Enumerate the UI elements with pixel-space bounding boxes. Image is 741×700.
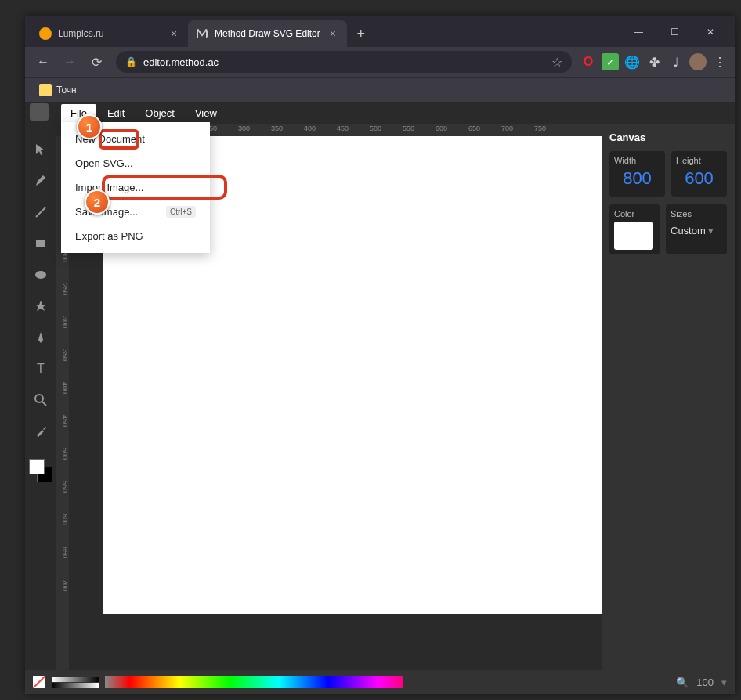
extensions-icon[interactable]: ✤ xyxy=(645,53,663,70)
ellipse-tool[interactable] xyxy=(31,265,51,285)
menu-import-image[interactable]: Import Image... xyxy=(61,175,210,200)
folder-icon xyxy=(39,84,52,96)
maximize-button[interactable]: ☐ xyxy=(656,20,692,45)
rect-tool[interactable] xyxy=(31,233,51,254)
back-button[interactable]: ← xyxy=(31,50,55,74)
color-palette-strip[interactable] xyxy=(105,676,403,688)
new-tab-button[interactable]: + xyxy=(350,23,372,45)
width-label: Width xyxy=(614,156,660,165)
favicon-method xyxy=(196,27,208,40)
star-tool[interactable] xyxy=(31,296,51,316)
search-icon[interactable]: 🔍 xyxy=(676,677,689,688)
tab-lumpics[interactable]: Lumpics.ru × xyxy=(31,20,188,47)
properties-panel: Canvas Width 800 Height 600 Color xyxy=(602,124,735,670)
close-window-button[interactable]: ✕ xyxy=(692,20,728,45)
panel-title: Canvas xyxy=(609,132,727,143)
lock-icon: 🔒 xyxy=(125,56,137,67)
eyedropper-tool[interactable] xyxy=(31,421,51,442)
pencil-tool[interactable] xyxy=(31,171,51,191)
menu-open-svg[interactable]: Open SVG... xyxy=(61,151,210,175)
sizes-value: Custom ▾ xyxy=(671,218,722,236)
color-swatches[interactable] xyxy=(29,459,52,482)
svg-line-0 xyxy=(36,207,45,217)
check-icon[interactable]: ✓ xyxy=(602,53,619,70)
text-tool[interactable]: T xyxy=(31,359,51,379)
bookmark-bar: Точн xyxy=(25,77,735,102)
bookmark-label: Точн xyxy=(56,85,77,96)
avatar-icon[interactable] xyxy=(689,53,707,70)
height-label: Height xyxy=(676,156,722,165)
file-dropdown: New Document Open SVG... Import Image...… xyxy=(61,122,210,253)
path-tool[interactable] xyxy=(31,327,51,348)
width-value: 800 xyxy=(614,165,660,192)
bookmark-star-icon[interactable]: ☆ xyxy=(551,55,562,70)
sizes-label: Sizes xyxy=(671,209,722,218)
close-icon[interactable]: × xyxy=(327,27,339,40)
browser-window: Lumpics.ru × Method Draw SVG Editor × + … xyxy=(25,16,735,694)
menu-edit[interactable]: Edit xyxy=(98,104,134,122)
annotation-marker-2: 2 xyxy=(85,189,110,215)
extension-icons: O ✓ 🌐 ✤ ♩ ⋮ xyxy=(580,53,728,70)
tool-palette: T xyxy=(25,124,56,670)
shortcut-label: Ctrl+S xyxy=(166,206,196,218)
tab-method-draw[interactable]: Method Draw SVG Editor × xyxy=(188,20,347,47)
zoom-tool[interactable] xyxy=(31,390,51,410)
menu-view[interactable]: View xyxy=(186,104,226,122)
menu-save-image[interactable]: Save Image...Ctrl+S xyxy=(61,200,210,224)
url-text: editor.method.ac xyxy=(143,56,545,68)
svg-point-2 xyxy=(35,271,46,279)
status-bar: 🔍 100 ▾ xyxy=(25,670,735,694)
fill-color-swatch[interactable] xyxy=(29,459,45,474)
close-icon[interactable]: × xyxy=(168,27,180,40)
height-value: 600 xyxy=(676,165,722,192)
annotation-marker-1: 1 xyxy=(77,114,102,139)
titlebar: Lumpics.ru × Method Draw SVG Editor × + … xyxy=(25,16,735,47)
zoom-value[interactable]: 100 xyxy=(696,677,714,688)
address-bar: ← → ⟳ 🔒 editor.method.ac ☆ O ✓ 🌐 ✤ ♩ ⋮ xyxy=(25,47,735,77)
menu-object[interactable]: Object xyxy=(136,104,184,122)
chevron-down-icon[interactable]: ▾ xyxy=(721,677,727,688)
menu-export-png[interactable]: Export as PNG xyxy=(61,224,210,248)
select-tool[interactable] xyxy=(31,139,51,160)
bookmark-folder[interactable]: Точн xyxy=(34,81,81,99)
width-box[interactable]: Width 800 xyxy=(609,151,665,197)
svg-point-4 xyxy=(35,395,43,402)
reload-button[interactable]: ⟳ xyxy=(85,50,108,74)
line-tool[interactable] xyxy=(31,202,51,222)
tab-title: Lumpics.ru xyxy=(58,28,161,39)
height-box[interactable]: Height 600 xyxy=(671,151,727,197)
menu-icon[interactable]: ⋮ xyxy=(711,53,728,70)
url-input[interactable]: 🔒 editor.method.ac ☆ xyxy=(116,51,572,73)
svg-rect-1 xyxy=(36,240,45,247)
app-root: File New Document Open SVG... Import Ima… xyxy=(25,102,735,694)
zoom-controls: 🔍 100 ▾ xyxy=(676,677,727,688)
minimize-button[interactable]: — xyxy=(620,20,656,45)
no-color-swatch[interactable] xyxy=(33,676,45,688)
svg-line-5 xyxy=(42,402,46,406)
favicon-lumpics xyxy=(39,27,52,40)
chevron-down-icon: ▾ xyxy=(708,225,714,236)
app-logo xyxy=(30,103,49,121)
color-label: Color xyxy=(614,209,655,218)
forward-button[interactable]: → xyxy=(58,50,81,74)
svg-text:T: T xyxy=(37,362,45,375)
tab-title: Method Draw SVG Editor xyxy=(215,28,320,39)
color-box[interactable]: Color xyxy=(609,204,660,254)
app-menubar: File New Document Open SVG... Import Ima… xyxy=(25,102,735,124)
color-swatch[interactable] xyxy=(614,222,653,250)
music-icon[interactable]: ♩ xyxy=(667,53,685,70)
globe-icon[interactable]: 🌐 xyxy=(624,53,641,70)
sizes-box[interactable]: Sizes Custom ▾ xyxy=(666,204,727,254)
opera-icon[interactable]: O xyxy=(580,53,597,70)
window-controls: — ☐ ✕ xyxy=(620,20,728,45)
